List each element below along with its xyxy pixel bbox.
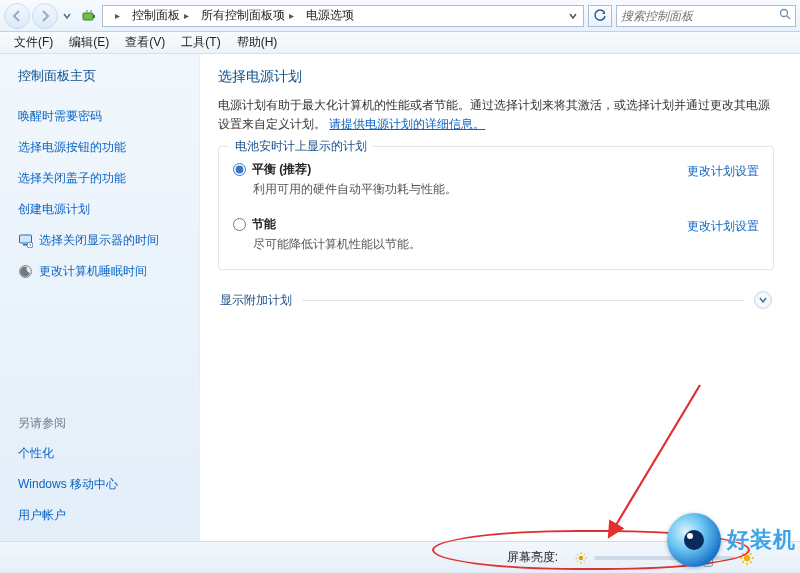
sidebar-link-label: 选择电源按钮的功能	[18, 139, 126, 156]
svg-rect-0	[83, 13, 93, 20]
svg-line-22	[742, 553, 743, 554]
see-also-label: 用户帐户	[18, 507, 66, 524]
refresh-button[interactable]	[588, 5, 612, 27]
sun-dim-icon	[574, 551, 588, 565]
svg-line-3	[787, 16, 790, 19]
plan-name-label[interactable]: 节能	[252, 216, 276, 233]
nav-history-dropdown[interactable]	[60, 6, 74, 26]
refresh-icon	[594, 9, 607, 22]
expander-label: 显示附加计划	[220, 292, 292, 309]
sidebar: 控制面板主页 唤醒时需要密码 选择电源按钮的功能 选择关闭盖子的功能 创建电源计…	[0, 54, 200, 541]
sidebar-link-power-button[interactable]: 选择电源按钮的功能	[18, 139, 187, 156]
see-also-user-accounts[interactable]: 用户帐户	[18, 507, 187, 524]
svg-point-8	[579, 555, 583, 559]
plans-group-title: 电池安时计上显示的计划	[229, 138, 373, 155]
change-plan-settings-link[interactable]: 更改计划设置	[687, 163, 759, 180]
sidebar-link-label: 唤醒时需要密码	[18, 108, 102, 125]
breadcrumb-item[interactable]: ▸	[105, 6, 126, 26]
change-plan-settings-link[interactable]: 更改计划设置	[687, 218, 759, 235]
plan-radio-balanced[interactable]	[233, 163, 246, 176]
svg-line-23	[750, 561, 751, 562]
page-heading: 选择电源计划	[218, 68, 774, 86]
menu-help[interactable]: 帮助(H)	[229, 32, 286, 53]
chevron-down-icon	[754, 291, 772, 309]
svg-line-16	[577, 560, 578, 561]
breadcrumb-item[interactable]: 电源选项	[300, 6, 360, 26]
plan-row-balanced: 平衡 (推荐) 利用可用的硬件自动平衡功耗与性能。 更改计划设置	[233, 157, 759, 200]
moon-icon	[18, 264, 33, 279]
svg-line-25	[742, 561, 743, 562]
svg-point-2	[781, 10, 788, 17]
search-icon	[779, 8, 791, 23]
plan-details-link[interactable]: 请提供电源计划的详细信息。	[329, 117, 485, 131]
brightness-bar: 屏幕亮度:	[0, 541, 800, 573]
search-input[interactable]	[621, 9, 775, 23]
sidebar-link-close-lid[interactable]: 选择关闭盖子的功能	[18, 170, 187, 187]
sidebar-link-label: 创建电源计划	[18, 201, 90, 218]
work-area: 控制面板主页 唤醒时需要密码 选择电源按钮的功能 选择关闭盖子的功能 创建电源计…	[0, 54, 800, 541]
window-titlebar: ▸ 控制面板▸ 所有控制面板项▸ 电源选项	[0, 0, 800, 32]
plan-description: 尽可能降低计算机性能以节能。	[253, 236, 687, 253]
show-additional-plans[interactable]: 显示附加计划	[218, 286, 774, 313]
power-options-icon	[80, 7, 98, 25]
plan-name-label[interactable]: 平衡 (推荐)	[252, 161, 311, 178]
breadcrumb-item[interactable]: 所有控制面板项▸	[195, 6, 300, 26]
menu-file[interactable]: 文件(F)	[6, 32, 61, 53]
address-dropdown[interactable]	[565, 12, 581, 20]
sidebar-link-label: 选择关闭盖子的功能	[18, 170, 126, 187]
description-text: 电源计划有助于最大化计算机的性能或者节能。通过选择计划来将其激活，或选择计划并通…	[218, 98, 770, 131]
arrow-left-icon	[11, 10, 23, 22]
sidebar-link-display-off[interactable]: 选择关闭显示器的时间	[18, 232, 187, 249]
chevron-down-icon	[569, 12, 577, 20]
svg-line-15	[584, 554, 585, 555]
page-description: 电源计划有助于最大化计算机的性能或者节能。通过选择计划来将其激活，或选择计划并通…	[218, 96, 774, 134]
svg-line-24	[750, 553, 751, 554]
breadcrumb-label: 所有控制面板项	[201, 7, 285, 24]
breadcrumb-label: 电源选项	[306, 7, 354, 24]
sidebar-link-label: 更改计算机睡眠时间	[39, 263, 147, 280]
see-also-label: Windows 移动中心	[18, 476, 118, 493]
nav-forward-button[interactable]	[32, 3, 58, 29]
arrow-right-icon	[39, 10, 51, 22]
breadcrumb-item[interactable]: 控制面板▸	[126, 6, 195, 26]
plan-row-powersaver: 节能 尽可能降低计算机性能以节能。 更改计划设置	[233, 212, 759, 255]
menu-bar: 文件(F) 编辑(E) 查看(V) 工具(T) 帮助(H)	[0, 32, 800, 54]
nav-back-button[interactable]	[4, 3, 30, 29]
brightness-label: 屏幕亮度:	[507, 549, 558, 566]
see-also-label: 个性化	[18, 445, 54, 462]
plans-group: 电池安时计上显示的计划 平衡 (推荐) 利用可用的硬件自动平衡功耗与性能。 更改…	[218, 146, 774, 270]
menu-edit[interactable]: 编辑(E)	[61, 32, 117, 53]
svg-line-14	[584, 560, 585, 561]
sidebar-link-label: 选择关闭显示器的时间	[39, 232, 159, 249]
plan-description: 利用可用的硬件自动平衡功耗与性能。	[253, 181, 687, 198]
main-content: 选择电源计划 电源计划有助于最大化计算机的性能或者节能。通过选择计划来将其激活，…	[200, 54, 800, 541]
svg-point-17	[744, 554, 751, 561]
control-panel-home-link[interactable]: 控制面板主页	[18, 68, 187, 85]
see-also-heading: 另请参阅	[18, 415, 187, 432]
plan-radio-powersaver[interactable]	[233, 218, 246, 231]
sidebar-link-create-plan[interactable]: 创建电源计划	[18, 201, 187, 218]
see-also-personalization[interactable]: 个性化	[18, 445, 187, 462]
svg-line-13	[577, 554, 578, 555]
monitor-icon	[18, 233, 33, 248]
menu-tools[interactable]: 工具(T)	[173, 32, 228, 53]
search-box[interactable]	[616, 5, 796, 27]
menu-view[interactable]: 查看(V)	[117, 32, 173, 53]
brightness-slider[interactable]	[594, 556, 734, 560]
chevron-down-icon	[63, 12, 71, 20]
sidebar-link-require-password[interactable]: 唤醒时需要密码	[18, 108, 187, 125]
sun-bright-icon	[740, 551, 754, 565]
see-also-mobility-center[interactable]: Windows 移动中心	[18, 476, 187, 493]
address-bar[interactable]: ▸ 控制面板▸ 所有控制面板项▸ 电源选项	[102, 5, 584, 27]
breadcrumb-label: 控制面板	[132, 7, 180, 24]
brightness-slider-thumb[interactable]	[703, 549, 713, 567]
svg-rect-1	[93, 15, 95, 18]
sidebar-link-sleep-time[interactable]: 更改计算机睡眠时间	[18, 263, 187, 280]
